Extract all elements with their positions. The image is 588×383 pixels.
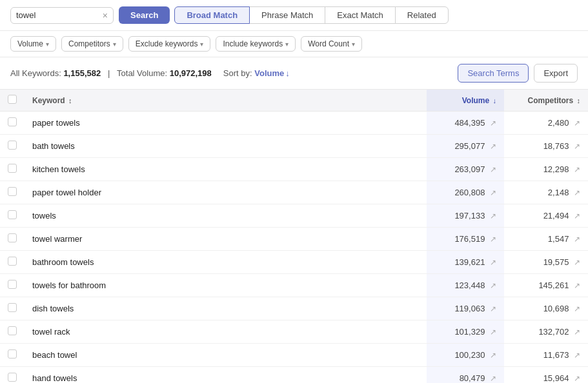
volume-link-icon[interactable]: ↗ bbox=[490, 188, 496, 197]
volume-link-icon[interactable]: ↗ bbox=[490, 328, 496, 337]
header-checkbox[interactable] bbox=[0, 90, 25, 112]
tab-exact-match[interactable]: Exact Match bbox=[325, 6, 396, 24]
row-checkbox[interactable] bbox=[8, 280, 17, 289]
row-checkbox-cell bbox=[0, 228, 25, 251]
row-checkbox-cell bbox=[0, 158, 25, 181]
volume-link-icon[interactable]: ↗ bbox=[490, 235, 496, 244]
row-keyword: kitchen towels bbox=[25, 158, 427, 181]
filter-bar: Volume ▾ Competitors ▾ Exclude keywords … bbox=[0, 31, 588, 57]
match-tabs: Broad Match Phrase Match Exact Match Rel… bbox=[175, 6, 448, 24]
volume-link-icon[interactable]: ↗ bbox=[490, 142, 496, 151]
filter-wordcount[interactable]: Word Count ▾ bbox=[301, 36, 362, 52]
row-checkbox[interactable] bbox=[8, 257, 17, 266]
filter-competitors[interactable]: Competitors ▾ bbox=[61, 36, 123, 52]
table-header-row: Keyword ↕ Volume ↓ Competitors ↕ bbox=[0, 90, 588, 112]
keyword-count: 1,155,582 bbox=[63, 68, 101, 78]
sort-arrow: ↓ bbox=[285, 68, 290, 78]
filter-exclude[interactable]: Exclude keywords ▾ bbox=[128, 36, 211, 52]
tab-phrase-match[interactable]: Phrase Match bbox=[249, 6, 325, 24]
export-button[interactable]: Export bbox=[534, 64, 578, 83]
competitors-link-icon[interactable]: ↗ bbox=[574, 119, 580, 128]
select-all-checkbox[interactable] bbox=[8, 95, 17, 104]
row-checkbox-cell bbox=[0, 181, 25, 204]
competitors-link-icon[interactable]: ↗ bbox=[574, 328, 580, 337]
clear-icon[interactable]: × bbox=[103, 10, 108, 21]
search-terms-button[interactable]: Search Terms bbox=[458, 64, 529, 83]
row-checkbox[interactable] bbox=[8, 164, 17, 173]
row-competitors: 11,673 ↗ bbox=[504, 344, 588, 367]
competitors-link-icon[interactable]: ↗ bbox=[574, 281, 580, 290]
header-keyword[interactable]: Keyword ↕ bbox=[25, 90, 427, 112]
row-checkbox[interactable] bbox=[8, 373, 17, 382]
table-row: paper towels 484,395 ↗ 2,480 ↗ bbox=[0, 112, 588, 135]
row-checkbox[interactable] bbox=[8, 141, 17, 150]
volume-link-icon[interactable]: ↗ bbox=[490, 351, 496, 360]
tab-broad-match[interactable]: Broad Match bbox=[174, 6, 250, 24]
chevron-down-icon: ▾ bbox=[113, 41, 116, 48]
competitors-link-icon[interactable]: ↗ bbox=[574, 235, 580, 244]
row-checkbox[interactable] bbox=[8, 349, 17, 358]
volume-link-icon[interactable]: ↗ bbox=[490, 304, 496, 313]
table-row: hand towels 80,479 ↗ 15,964 ↗ bbox=[0, 367, 588, 384]
search-button[interactable]: Search bbox=[119, 6, 170, 24]
volume-link-icon[interactable]: ↗ bbox=[490, 165, 496, 174]
table-row: kitchen towels 263,097 ↗ 12,298 ↗ bbox=[0, 158, 588, 181]
sort-prefix: Sort by: bbox=[223, 68, 254, 78]
row-volume: 176,519 ↗ bbox=[427, 228, 504, 251]
row-keyword: dish towels bbox=[25, 297, 427, 320]
row-competitors: 1,547 ↗ bbox=[504, 228, 588, 251]
header-volume-label: Volume bbox=[462, 96, 489, 105]
keywords-table: Keyword ↕ Volume ↓ Competitors ↕ paper t… bbox=[0, 89, 588, 383]
competitors-link-icon[interactable]: ↗ bbox=[574, 351, 580, 360]
row-checkbox[interactable] bbox=[8, 303, 17, 312]
volume-link-icon[interactable]: ↗ bbox=[490, 119, 496, 128]
row-checkbox-cell bbox=[0, 135, 25, 158]
volume-link-icon[interactable]: ↗ bbox=[490, 374, 496, 383]
filter-volume[interactable]: Volume ▾ bbox=[10, 36, 56, 52]
header-competitors-label: Competitors bbox=[527, 96, 573, 105]
row-volume: 260,808 ↗ bbox=[427, 181, 504, 204]
sort-link[interactable]: Volume bbox=[254, 68, 284, 78]
row-checkbox[interactable] bbox=[8, 326, 17, 335]
table-row: towel rack 101,329 ↗ 132,702 ↗ bbox=[0, 320, 588, 344]
row-competitors: 15,964 ↗ bbox=[504, 367, 588, 384]
volume-link-icon[interactable]: ↗ bbox=[490, 258, 496, 267]
filter-volume-label: Volume bbox=[17, 39, 43, 48]
header-keyword-label: Keyword bbox=[32, 96, 65, 105]
chevron-down-icon: ▾ bbox=[46, 41, 49, 48]
filter-include[interactable]: Include keywords ▾ bbox=[216, 36, 296, 52]
table-row: paper towel holder 260,808 ↗ 2,148 ↗ bbox=[0, 181, 588, 204]
competitors-link-icon[interactable]: ↗ bbox=[574, 258, 580, 267]
volume-link-icon[interactable]: ↗ bbox=[490, 281, 496, 290]
row-volume: 101,329 ↗ bbox=[427, 320, 504, 344]
row-checkbox[interactable] bbox=[8, 210, 17, 219]
competitors-sort-icon: ↕ bbox=[577, 97, 581, 104]
competitors-link-icon[interactable]: ↗ bbox=[574, 142, 580, 151]
row-keyword: towels bbox=[25, 204, 427, 228]
table-body: paper towels 484,395 ↗ 2,480 ↗ bath towe… bbox=[0, 112, 588, 384]
row-volume: 80,479 ↗ bbox=[427, 367, 504, 384]
row-volume: 123,448 ↗ bbox=[427, 274, 504, 297]
row-checkbox[interactable] bbox=[8, 187, 17, 196]
tab-related[interactable]: Related bbox=[395, 6, 449, 24]
table-row: dish towels 119,063 ↗ 10,698 ↗ bbox=[0, 297, 588, 320]
row-checkbox[interactable] bbox=[8, 233, 17, 242]
header-competitors[interactable]: Competitors ↕ bbox=[504, 90, 588, 112]
row-competitors: 2,148 ↗ bbox=[504, 181, 588, 204]
header-volume[interactable]: Volume ↓ bbox=[427, 90, 504, 112]
row-keyword: towel warmer bbox=[25, 228, 427, 251]
filter-competitors-label: Competitors bbox=[68, 39, 110, 48]
row-checkbox-cell bbox=[0, 274, 25, 297]
volume-link-icon[interactable]: ↗ bbox=[490, 211, 496, 221]
search-input[interactable]: towel bbox=[16, 10, 100, 20]
competitors-link-icon[interactable]: ↗ bbox=[574, 374, 580, 383]
row-keyword: bath towels bbox=[25, 135, 427, 158]
search-wrapper: towel × bbox=[10, 7, 114, 24]
competitors-link-icon[interactable]: ↗ bbox=[574, 165, 580, 174]
keywords-table-wrap: Keyword ↕ Volume ↓ Competitors ↕ paper t… bbox=[0, 89, 588, 383]
competitors-link-icon[interactable]: ↗ bbox=[574, 188, 580, 197]
row-checkbox[interactable] bbox=[8, 117, 17, 126]
competitors-link-icon[interactable]: ↗ bbox=[574, 211, 580, 221]
competitors-link-icon[interactable]: ↗ bbox=[574, 304, 580, 313]
table-row: beach towel 100,230 ↗ 11,673 ↗ bbox=[0, 344, 588, 367]
